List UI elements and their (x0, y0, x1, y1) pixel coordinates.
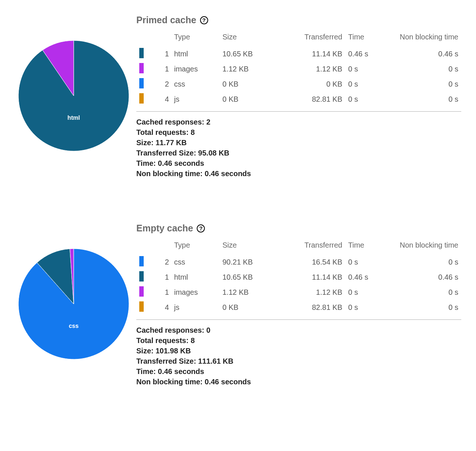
swatch-js (139, 301, 144, 312)
table-row: 1 images 1.12 KB 1.12 KB 0 s 0 s (136, 285, 461, 300)
summary-line: Size: 101.98 KB (136, 346, 461, 356)
summary-line: Time: 0.46 seconds (136, 366, 461, 377)
cell-count: 4 (150, 300, 171, 315)
table-row: 1 html 10.65 KB 11.14 KB 0.46 s 0.46 s (136, 270, 461, 285)
cell-count: 1 (150, 270, 171, 285)
cell-size: 90.21 KB (220, 255, 283, 270)
cell-count: 1 (150, 285, 171, 300)
cell-count: 4 (150, 92, 171, 107)
summary-line: Size: 11.77 KB (136, 137, 461, 148)
table-row: 4 js 0 KB 82.81 KB 0 s 0 s (136, 92, 461, 107)
cell-time: 0 s (345, 92, 393, 107)
help-icon[interactable]: ? (197, 224, 205, 233)
cell-size: 1.12 KB (220, 62, 283, 77)
section-title: Empty cache (136, 223, 193, 234)
swatch-html (139, 271, 144, 282)
summary-line: Cached responses: 2 (136, 117, 461, 127)
cell-transferred: 1.12 KB (282, 62, 345, 77)
divider (136, 111, 461, 112)
section-primed cache: html Primed cache ? Type Size Transferre… (15, 15, 461, 179)
cell-type: js (171, 92, 220, 107)
summary-line: Non blocking time: 0.46 seconds (136, 377, 461, 387)
summary-line: Total requests: 8 (136, 335, 461, 346)
col-time: Time (345, 31, 393, 46)
cell-size: 0 KB (220, 92, 283, 107)
cell-type: html (171, 270, 220, 285)
table-row: 2 css 90.21 KB 16.54 KB 0 s 0 s (136, 255, 461, 270)
swatch-images (139, 63, 144, 73)
cell-transferred: 82.81 KB (282, 92, 345, 107)
section-empty cache: css Empty cache ? Type Size Transferred … (15, 223, 461, 387)
cell-nonblocking: 0 s (393, 62, 461, 77)
cell-size: 10.65 KB (220, 46, 283, 62)
cell-time: 0.46 s (345, 270, 393, 285)
cell-nonblocking: 0 s (393, 77, 461, 92)
cell-nonblocking: 0 s (393, 285, 461, 300)
summary-line: Transferred Size: 111.61 KB (136, 356, 461, 366)
swatch-html (139, 48, 144, 58)
summary-line: Non blocking time: 0.46 seconds (136, 168, 461, 179)
summary-line: Total requests: 8 (136, 127, 461, 137)
help-icon[interactable]: ? (200, 16, 208, 24)
divider (136, 319, 461, 320)
cell-time: 0 s (345, 62, 393, 77)
cell-type: css (171, 77, 220, 92)
cell-count: 2 (150, 255, 171, 270)
cell-count: 1 (150, 46, 171, 62)
cell-transferred: 11.14 KB (282, 270, 345, 285)
swatch-css (139, 256, 144, 266)
swatch-js (139, 93, 144, 104)
cell-nonblocking: 0.46 s (393, 270, 461, 285)
cell-transferred: 82.81 KB (282, 300, 345, 315)
swatch-css (139, 78, 144, 88)
col-time: Time (345, 239, 393, 255)
section-title: Primed cache (136, 15, 196, 25)
summary-block: Cached responses: 0Total requests: 8Size… (136, 325, 461, 387)
table-row: 1 images 1.12 KB 1.12 KB 0 s 0 s (136, 62, 461, 77)
col-transferred: Transferred (282, 31, 345, 46)
pie-chart: html (15, 37, 133, 155)
cell-type: images (171, 62, 220, 77)
cell-type: css (171, 255, 220, 270)
resource-table: Type Size Transferred Time Non blocking … (136, 239, 461, 315)
pie-dominant-label: html (67, 115, 80, 121)
col-type: Type (171, 31, 220, 46)
table-row: 4 js 0 KB 82.81 KB 0 s 0 s (136, 300, 461, 315)
summary-line: Cached responses: 0 (136, 325, 461, 335)
table-row: 2 css 0 KB 0 KB 0 s 0 s (136, 77, 461, 92)
cell-transferred: 1.12 KB (282, 285, 345, 300)
cell-time: 0 s (345, 77, 393, 92)
pie-chart: css (15, 245, 133, 363)
cell-time: 0 s (345, 255, 393, 270)
swatch-images (139, 286, 144, 297)
cell-size: 10.65 KB (220, 270, 283, 285)
col-nonblocking: Non blocking time (393, 31, 461, 46)
cell-size: 0 KB (220, 77, 283, 92)
cell-nonblocking: 0 s (393, 300, 461, 315)
col-size: Size (220, 31, 283, 46)
cell-count: 1 (150, 62, 171, 77)
summary-block: Cached responses: 2Total requests: 8Size… (136, 117, 461, 179)
table-row: 1 html 10.65 KB 11.14 KB 0.46 s 0.46 s (136, 46, 461, 62)
cell-transferred: 11.14 KB (282, 46, 345, 62)
cell-nonblocking: 0.46 s (393, 46, 461, 62)
col-size: Size (220, 239, 283, 255)
resource-table: Type Size Transferred Time Non blocking … (136, 31, 461, 107)
summary-line: Transferred Size: 95.08 KB (136, 148, 461, 158)
col-nonblocking: Non blocking time (393, 239, 461, 255)
col-transferred: Transferred (282, 239, 345, 255)
cell-time: 0 s (345, 285, 393, 300)
cell-transferred: 16.54 KB (282, 255, 345, 270)
col-type: Type (171, 239, 220, 255)
cell-nonblocking: 0 s (393, 255, 461, 270)
cell-size: 0 KB (220, 300, 283, 315)
cell-type: images (171, 285, 220, 300)
summary-line: Time: 0.46 seconds (136, 158, 461, 168)
cell-transferred: 0 KB (282, 77, 345, 92)
cell-nonblocking: 0 s (393, 92, 461, 107)
cell-size: 1.12 KB (220, 285, 283, 300)
cell-time: 0 s (345, 300, 393, 315)
cell-type: js (171, 300, 220, 315)
cell-type: html (171, 46, 220, 62)
cell-time: 0.46 s (345, 46, 393, 62)
